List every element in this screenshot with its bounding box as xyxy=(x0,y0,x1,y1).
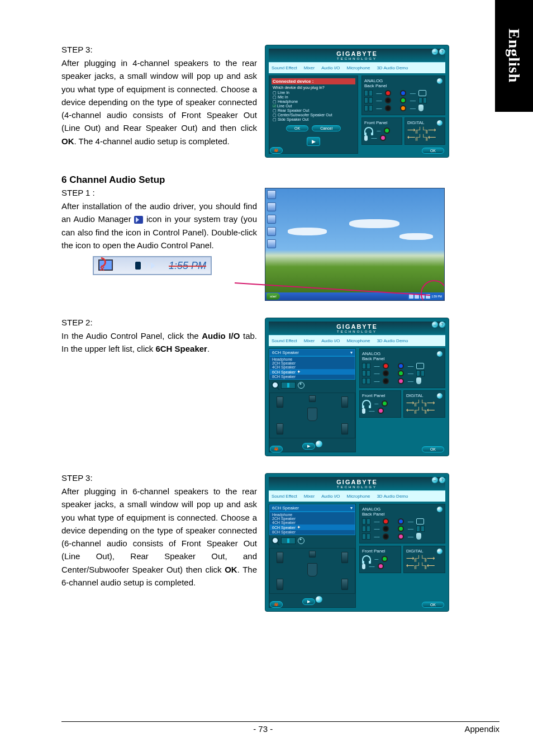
volume-slider[interactable] xyxy=(281,537,296,544)
speaker-mode-dropdown[interactable]: 6CH Speaker ▾ xyxy=(269,349,355,356)
info-icon[interactable] xyxy=(437,120,442,126)
speaker-option-2ch[interactable]: 2CH Speaker xyxy=(270,517,355,521)
tray-icon-shield[interactable] xyxy=(115,259,127,272)
magnifier-icon[interactable] xyxy=(272,381,279,389)
tab-mixer[interactable]: Mixer xyxy=(302,65,317,71)
front-jack-mic[interactable] xyxy=(378,563,384,569)
tray-mini-icon[interactable] xyxy=(409,294,413,299)
speaker-option-8ch[interactable]: 8CH Speaker xyxy=(270,375,355,379)
tab-microphone[interactable]: Microphone xyxy=(345,493,372,499)
device-option-mic-in[interactable]: Mic In xyxy=(272,95,355,100)
tab-audio-io[interactable]: Audio I/O xyxy=(320,65,341,71)
settings-icon[interactable] xyxy=(298,537,304,544)
jack-mic[interactable] xyxy=(385,90,391,96)
tray-mini-icon[interactable] xyxy=(415,294,419,299)
front-jack-hp[interactable] xyxy=(382,556,388,562)
speaker-mode-dropdown[interactable]: 6CH Speaker ▾ xyxy=(269,504,355,512)
desktop-icon[interactable] xyxy=(267,227,276,236)
device-option-rear-speaker-out[interactable]: Rear Speaker Out xyxy=(272,108,355,113)
jack-front-out[interactable] xyxy=(398,526,404,532)
tab-3d-audio-demo[interactable]: 3D Audio Demo xyxy=(375,493,410,499)
tray-icon-audio-manager[interactable] xyxy=(149,259,161,272)
device-option-line-in[interactable]: Line In xyxy=(272,91,355,95)
speaker-option-8ch[interactable]: 8CH Speaker xyxy=(270,530,355,534)
tray-icon-handset[interactable] xyxy=(132,259,144,272)
help-icon[interactable]: ? xyxy=(439,477,445,483)
panel-ok-button[interactable]: OK xyxy=(422,446,444,452)
minimize-icon[interactable]: – xyxy=(432,322,438,328)
jack-line-in[interactable] xyxy=(400,90,406,96)
tab-mixer[interactable]: Mixer xyxy=(302,338,317,344)
play-icon[interactable]: ▶ xyxy=(307,137,320,146)
jack-side[interactable] xyxy=(383,533,389,540)
dialog-cancel-button[interactable]: Cancel xyxy=(312,125,341,131)
desktop-icon[interactable] xyxy=(267,215,276,224)
tray-icon-network[interactable]: ✕ xyxy=(98,259,111,272)
tab-sound-effect[interactable]: Sound Effect xyxy=(270,493,299,499)
dolby-icon[interactable] xyxy=(316,596,322,603)
minimize-icon[interactable]: – xyxy=(432,49,438,55)
jack-line-in[interactable] xyxy=(398,518,404,525)
jack-center-sub[interactable] xyxy=(398,378,404,384)
tab-sound-effect[interactable]: Sound Effect xyxy=(270,338,299,344)
tab-3d-audio-demo[interactable]: 3D Audio Demo xyxy=(375,338,410,344)
jack-line-in[interactable] xyxy=(398,363,404,369)
tab-3d-audio-demo[interactable]: 3D Audio Demo xyxy=(375,65,410,71)
minimize-icon[interactable]: – xyxy=(432,477,438,483)
device-option-headphone[interactable]: Headphone xyxy=(272,100,355,104)
help-icon[interactable]: ? xyxy=(439,49,445,55)
realtek-logo-button[interactable]: 🦀 xyxy=(270,446,283,452)
jack-rear[interactable] xyxy=(383,526,389,532)
realtek-logo-button[interactable]: 🦀 xyxy=(270,601,283,608)
speaker-option-headphone[interactable]: Headphone xyxy=(270,513,355,517)
panel-ok-button[interactable]: OK xyxy=(422,148,444,154)
info-icon[interactable] xyxy=(437,393,442,399)
info-icon[interactable] xyxy=(437,549,442,554)
play-icon[interactable]: ▶ xyxy=(302,598,315,605)
panel-ok-button[interactable]: OK xyxy=(422,602,444,608)
info-icon[interactable] xyxy=(437,78,442,84)
play-icon[interactable]: ▶ xyxy=(302,443,315,450)
jack-front-out[interactable] xyxy=(398,370,404,376)
info-icon[interactable] xyxy=(437,507,442,512)
device-option-side-speaker-out[interactable]: Side Speaker Out xyxy=(272,117,355,122)
speaker-option-6ch[interactable]: 6CH Speaker ✦ xyxy=(270,369,355,375)
dialog-ok-button[interactable]: OK xyxy=(286,125,308,131)
dolby-icon[interactable] xyxy=(316,441,322,447)
jack-center-sub[interactable] xyxy=(400,105,406,111)
tab-audio-io[interactable]: Audio I/O xyxy=(320,338,341,344)
desktop-icon[interactable] xyxy=(267,202,276,211)
desktop-icon[interactable] xyxy=(267,239,276,248)
tab-sound-effect[interactable]: Sound Effect xyxy=(270,65,299,71)
tab-audio-io[interactable]: Audio I/O xyxy=(320,493,341,499)
jack-mic[interactable] xyxy=(383,363,389,369)
info-icon[interactable] xyxy=(437,351,442,357)
speaker-option-6ch[interactable]: 6CH Speaker ✦ xyxy=(270,525,355,530)
front-jack-hp[interactable] xyxy=(382,400,388,407)
jack-rear[interactable] xyxy=(385,97,391,103)
device-option-center-sub-out[interactable]: Center/Subwoofer Speaker Out xyxy=(272,113,355,117)
jack-center-sub[interactable] xyxy=(398,533,404,540)
jack-front-out[interactable] xyxy=(400,97,406,103)
speaker-option-4ch[interactable]: 4CH Speaker xyxy=(270,521,355,525)
desktop-icon[interactable] xyxy=(267,190,276,199)
front-jack-mic[interactable] xyxy=(380,135,386,141)
device-option-line-out[interactable]: Line Out xyxy=(272,104,355,108)
front-jack-mic[interactable] xyxy=(378,408,384,414)
speaker-option-4ch[interactable]: 4CH Speaker xyxy=(270,365,355,369)
speaker-option-2ch[interactable]: 2CH Speaker xyxy=(270,361,355,365)
speaker-option-headphone[interactable]: Headphone xyxy=(270,357,355,361)
jack-side[interactable] xyxy=(385,105,391,111)
volume-slider[interactable] xyxy=(281,382,296,389)
magnifier-icon[interactable] xyxy=(272,537,279,544)
front-jack-hp[interactable] xyxy=(384,127,390,134)
help-icon[interactable]: ? xyxy=(439,322,445,328)
jack-rear[interactable] xyxy=(383,370,389,376)
realtek-logo-button[interactable]: 🦀 xyxy=(270,147,283,154)
tab-microphone[interactable]: Microphone xyxy=(345,65,372,71)
tab-mixer[interactable]: Mixer xyxy=(302,493,317,499)
jack-side[interactable] xyxy=(383,378,389,384)
settings-icon[interactable] xyxy=(298,382,304,389)
tab-microphone[interactable]: Microphone xyxy=(345,338,372,344)
start-button[interactable]: start xyxy=(266,293,280,300)
